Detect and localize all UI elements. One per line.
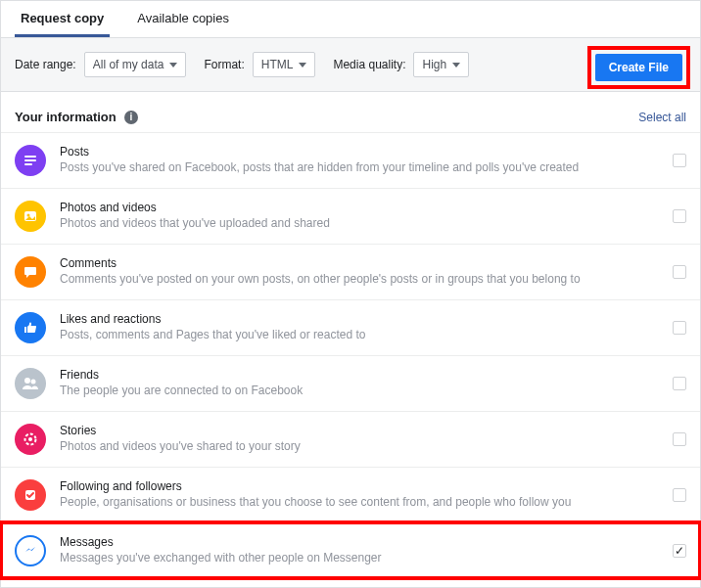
row-title: Stories [60,424,663,439]
section-title: Your information [15,110,117,124]
row-comments[interactable]: Comments Comments you've posted on your … [1,244,700,299]
row-checkbox[interactable] [673,377,686,390]
section-header: Your information i Select all [1,92,700,132]
svg-point-6 [31,380,36,384]
row-desc: Posts you've shared on Facebook, posts t… [60,160,663,176]
row-checkbox[interactable]: ✓ [673,544,686,558]
row-title: Likes and reactions [60,312,663,328]
svg-rect-0 [24,156,36,158]
date-range-value: All of my data [93,58,164,71]
media-quality-dropdown[interactable]: High [413,52,469,77]
photos-icon [15,201,46,232]
media-quality-label: Media quality: [333,58,405,71]
stories-icon [15,424,46,455]
svg-rect-2 [24,163,32,165]
tabs-strip: Request copy Available copies [1,1,700,38]
row-posts[interactable]: Posts Posts you've shared on Facebook, p… [1,132,700,188]
format-dropdown[interactable]: HTML [253,52,316,77]
create-file-highlight: Create File [587,46,690,89]
app-frame: Request copy Available copies Date range… [0,0,701,588]
row-following-followers[interactable]: Following and followers People, organisa… [1,467,700,522]
row-checkbox[interactable] [673,154,686,167]
row-title: Following and followers [60,479,663,495]
date-range-label: Date range: [15,58,76,71]
media-quality-value: High [422,58,446,71]
messenger-icon [15,535,46,566]
svg-rect-1 [24,159,36,161]
caret-down-icon [452,63,460,68]
row-checkbox[interactable] [673,432,686,446]
row-title: Friends [60,368,663,384]
format-value: HTML [261,58,294,71]
row-desc: Comments you've posted on your own posts… [60,272,663,288]
tab-request-copy[interactable]: Request copy [15,1,110,37]
posts-icon [15,145,46,176]
row-title: Photos and videos [60,201,663,216]
row-checkbox[interactable] [673,321,686,335]
row-desc: Photos and videos that you've uploaded a… [60,216,663,232]
row-title: Comments [60,256,663,272]
svg-point-8 [28,437,32,441]
svg-point-5 [24,378,30,384]
row-desc: Posts, comments and Pages that you've li… [60,328,663,343]
select-all-link[interactable]: Select all [638,111,686,124]
create-file-button[interactable]: Create File [595,54,682,81]
row-photos-videos[interactable]: Photos and videos Photos and videos that… [1,188,700,244]
row-friends[interactable]: Friends The people you are connected to … [1,355,700,411]
row-desc: Photos and videos you've shared to your … [60,439,663,455]
row-desc: Messages you've exchanged with other peo… [60,551,663,566]
row-title: Posts [60,145,663,160]
row-checkbox[interactable] [673,488,686,502]
tab-available-copies[interactable]: Available copies [131,1,235,37]
date-range-dropdown[interactable]: All of my data [84,52,187,77]
format-label: Format: [204,58,244,71]
row-checkbox[interactable] [673,265,686,279]
row-stories[interactable]: Stories Photos and videos you've shared … [1,411,700,467]
following-icon [15,479,46,511]
row-desc: People, organisations or business that y… [60,495,663,511]
friends-icon [15,368,46,399]
row-desc: The people you are connected to on Faceb… [60,384,663,399]
caret-down-icon [299,63,306,68]
info-icon[interactable]: i [124,111,138,124]
like-icon [15,312,46,343]
row-messages[interactable]: Messages Messages you've exchanged with … [1,522,700,578]
row-likes-reactions[interactable]: Likes and reactions Posts, comments and … [1,299,700,355]
row-title: Messages [60,535,663,551]
information-list: Posts Posts you've shared on Facebook, p… [1,132,700,578]
row-checkbox[interactable] [673,209,686,223]
comments-icon [15,256,46,288]
controls-bar: Date range: All of my data Format: HTML … [1,38,700,92]
caret-down-icon [169,63,177,68]
